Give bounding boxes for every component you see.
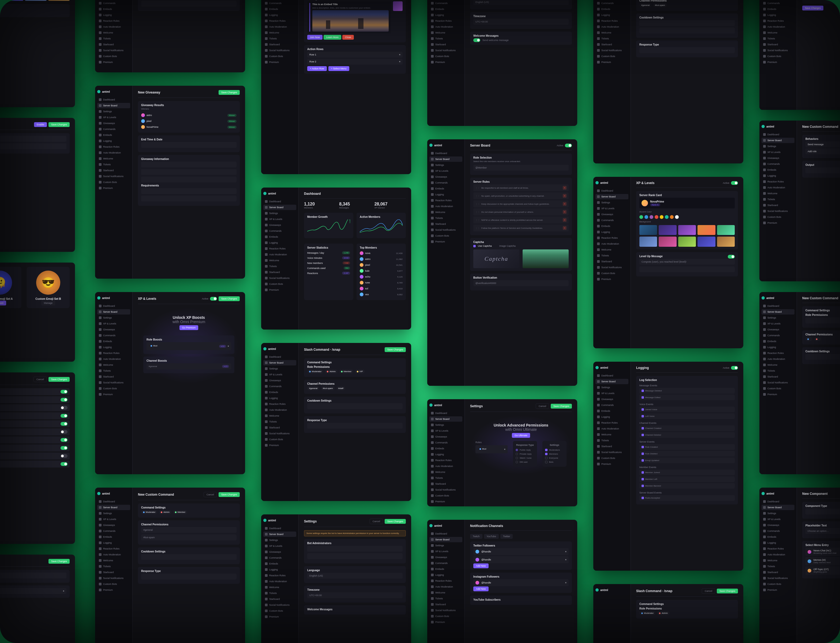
sidebar-item[interactable]: Premium	[762, 220, 794, 225]
delete-icon[interactable]: ×	[399, 60, 400, 63]
toggle[interactable]	[60, 398, 67, 401]
sidebar-item[interactable]: Reaction Roles	[97, 144, 130, 150]
sidebar-item[interactable]: Tickets	[762, 564, 794, 569]
bg-swatch[interactable]	[678, 237, 696, 246]
sidebar-item[interactable]: Embeds	[263, 7, 296, 12]
sidebar-item[interactable]: Commands	[595, 402, 628, 408]
sidebar-item[interactable]: Settings	[263, 211, 296, 216]
sidebar-item[interactable]: Giveaways	[429, 174, 462, 180]
sidebar-item[interactable]: Reaction Roles	[762, 351, 794, 356]
sidebar-item[interactable]: Custom Bots	[762, 386, 794, 391]
sidebar-item[interactable]: Logging	[595, 414, 628, 419]
bg-swatch[interactable]	[717, 225, 735, 235]
sidebar-item[interactable]: Welcome	[97, 558, 130, 563]
sidebar-item[interactable]: Server Board	[762, 505, 794, 510]
select-entry[interactable]: Memes (M)Daily memes feed	[806, 557, 840, 565]
color-swatch[interactable]	[670, 215, 674, 219]
sidebar-item[interactable]: Social Notifications	[97, 576, 130, 581]
sidebar-item[interactable]: Social Notifications	[595, 450, 628, 455]
rule-row[interactable]: ⋮⋮NSFW or offensive content is strictly …	[473, 217, 569, 224]
member-row[interactable]: astro11,982	[360, 256, 403, 262]
sidebar-item[interactable]: Dashboard	[429, 410, 462, 416]
sidebar-item[interactable]: Premium	[429, 619, 462, 625]
levelup-input[interactable]: Congrats {user}, you reached level {leve…	[639, 259, 735, 265]
rule-row[interactable]: ⋮⋮Do not share personal information of y…	[473, 209, 569, 215]
sidebar-item[interactable]: Server Board	[263, 205, 296, 210]
sidebar-item[interactable]: Auto Moderation	[429, 24, 462, 29]
member-row[interactable]: rune8,765	[360, 280, 403, 286]
sidebar-item[interactable]: Welcome	[263, 30, 296, 35]
sidebar-item[interactable]: Auto Moderation	[429, 463, 462, 469]
sidebar-item[interactable]: Social Notifications	[762, 380, 794, 385]
log-row[interactable]: Message Edited	[639, 395, 735, 400]
tab-twitter[interactable]: Twitter	[500, 534, 513, 539]
sidebar-item[interactable]: Embeds	[97, 339, 130, 344]
sidebar-item[interactable]: Logging	[97, 344, 130, 350]
radio[interactable]	[515, 461, 518, 463]
sidebar-item[interactable]: Commands	[429, 560, 462, 566]
toggle[interactable]	[60, 438, 67, 442]
log-row[interactable]: Left Voice	[639, 413, 735, 419]
sidebar-item[interactable]: Welcome	[429, 209, 462, 215]
radio[interactable]	[515, 453, 518, 455]
sidebar-item[interactable]: Giveaways	[595, 212, 628, 217]
sidebar-item[interactable]: Starboard	[263, 42, 296, 47]
toggle-row[interactable]	[0, 396, 70, 403]
sidebar-item[interactable]: Settings	[429, 422, 462, 428]
color-swatch[interactable]	[675, 215, 679, 219]
bg-swatch[interactable]	[698, 225, 715, 235]
sidebar-item[interactable]: Logging	[595, 12, 628, 18]
sidebar-item[interactable]: Premium	[595, 276, 628, 282]
sidebar-item[interactable]: Premium	[263, 614, 296, 619]
sidebar-item[interactable]: Embeds	[762, 339, 794, 344]
sidebar-item[interactable]: Reaction Roles	[97, 351, 130, 356]
sidebar-item[interactable]: Dashboard	[595, 373, 628, 378]
delete-icon[interactable]: ×	[228, 345, 229, 348]
delete-icon[interactable]: ×	[563, 218, 566, 222]
checkbox[interactable]	[641, 485, 644, 487]
sidebar-item[interactable]: Logging	[429, 12, 462, 18]
sidebar-item[interactable]: Embeds	[762, 167, 794, 173]
sidebar-item[interactable]: Settings	[97, 315, 130, 320]
sidebar-item[interactable]: Embeds	[595, 408, 628, 414]
levelup-toggle[interactable]	[728, 255, 735, 259]
sidebar-item[interactable]: XP & Levels	[263, 543, 296, 549]
log-row[interactable]: Joined Voice	[639, 407, 735, 412]
sidebar-item[interactable]: Social Notifications	[263, 602, 296, 608]
sidebar-item[interactable]: Reaction Roles	[263, 401, 296, 407]
sidebar-item[interactable]: Social Notifications	[762, 209, 794, 214]
sidebar-item[interactable]: Welcome	[263, 413, 296, 418]
sidebar-item[interactable]: Premium	[595, 461, 628, 467]
sidebar-item[interactable]: Settings	[263, 366, 296, 371]
checkbox[interactable]	[545, 461, 548, 463]
tab-twitch[interactable]: Twitch	[470, 534, 483, 539]
sidebar-item[interactable]: Giveaways	[97, 121, 130, 126]
sidebar-item[interactable]: Social Notifications	[263, 431, 296, 436]
add-new-button[interactable]: Add New	[473, 563, 489, 568]
sidebar-item[interactable]: Welcome	[97, 362, 130, 367]
sidebar-item[interactable]: Embeds	[762, 7, 794, 12]
member-row[interactable]: echo9,120	[360, 274, 403, 280]
sidebar-item[interactable]: Auto Moderation	[263, 407, 296, 413]
sidebar-item[interactable]: Welcome	[97, 30, 130, 35]
sidebar-item[interactable]: Tickets	[429, 36, 462, 41]
drag-icon[interactable]: ⋮⋮	[475, 187, 480, 189]
sidebar-item[interactable]: Welcome	[429, 590, 462, 595]
sidebar-item[interactable]: Server Board	[429, 157, 462, 162]
sidebar-item[interactable]: Server Board	[762, 309, 794, 315]
sidebar-item[interactable]: Embeds	[97, 132, 130, 138]
drag-icon[interactable]: ⋮⋮	[475, 195, 480, 197]
toggle[interactable]	[60, 454, 67, 458]
sidebar-item[interactable]: Dashboard	[762, 132, 794, 137]
toggle[interactable]	[60, 446, 67, 450]
delete-icon[interactable]: ×	[565, 581, 566, 584]
sidebar-item[interactable]: Welcome	[429, 469, 462, 475]
log-row[interactable]: Member Left	[639, 477, 735, 482]
sidebar-item[interactable]: Premium	[97, 587, 130, 592]
sidebar-item[interactable]: XP & Levels	[762, 321, 794, 326]
sidebar-item[interactable]: Logging	[263, 12, 296, 18]
sidebar-item[interactable]: Commands	[263, 384, 296, 389]
log-row[interactable]: Channel Deleted	[639, 432, 735, 438]
sidebar-item[interactable]: Social Notifications	[429, 227, 462, 233]
sidebar-item[interactable]: Server Board	[595, 194, 628, 199]
